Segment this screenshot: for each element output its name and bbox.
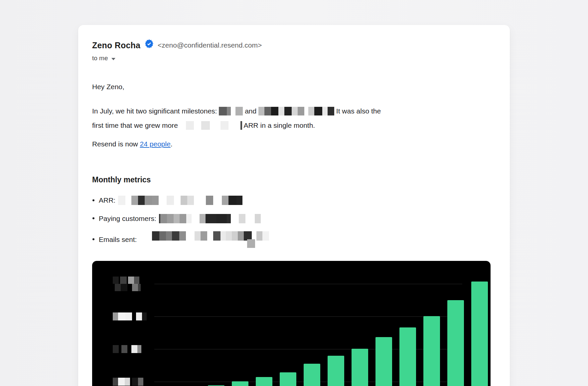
bar — [256, 377, 272, 386]
bar — [423, 316, 440, 386]
list-item-arr: ARR: — [99, 195, 496, 205]
list-item-paying-customers: Paying customers: — [99, 213, 496, 223]
redacted-milestone-2 — [258, 107, 334, 115]
bar — [304, 364, 320, 386]
redacted-growth-amount — [180, 121, 242, 130]
milestones-paragraph: In July, we hit two significant mileston… — [92, 104, 496, 132]
redacted-axis-label — [113, 345, 141, 353]
redacted-axis-label — [113, 277, 139, 284]
bar — [352, 349, 368, 386]
resend-post: . — [171, 140, 173, 148]
metrics-chart — [92, 261, 491, 386]
redacted-axis-label — [113, 312, 147, 320]
metrics-heading: Monthly metrics — [92, 174, 496, 185]
chevron-down-icon — [111, 58, 115, 60]
team-size-line: Resend is now 24 people. — [92, 139, 496, 149]
bar — [399, 327, 416, 386]
conjunction: and — [245, 107, 256, 115]
redacted-axis-label — [113, 284, 141, 291]
verified-badge-icon — [145, 39, 154, 52]
metric-label: ARR: — [99, 195, 115, 205]
bar — [375, 337, 392, 386]
metric-label: Paying customers: — [99, 214, 156, 224]
redacted-emails-value — [139, 231, 269, 248]
bar — [328, 356, 344, 386]
page-background: { "header": { "sender_name": "Zeno Rocha… — [0, 0, 588, 386]
milestones-intro: In July, we hit two significant mileston… — [92, 107, 217, 115]
people-count-link[interactable]: 24 people — [140, 140, 171, 148]
redacted-customers-value — [159, 214, 261, 223]
metric-label: Emails sent: — [99, 235, 137, 245]
greeting: Hey Zeno, — [92, 82, 496, 92]
bar — [280, 372, 296, 386]
recipient-label: to me — [92, 54, 108, 63]
email-card: Zeno Rocha <zeno@confidential.resend.com… — [78, 25, 510, 386]
redacted-milestone-1 — [219, 107, 243, 115]
sender-name: Zeno Rocha — [92, 40, 140, 51]
sender-row: Zeno Rocha <zeno@confidential.resend.com… — [92, 39, 496, 52]
list-item-emails-sent: Emails sent: — [99, 231, 496, 248]
metrics-list: ARR: Paying customers: Emails sent: — [92, 195, 496, 248]
bar-series — [160, 261, 488, 386]
line2-tail: ARR in a single month. — [243, 121, 315, 129]
bar — [232, 381, 248, 386]
redacted-arr-value — [118, 196, 242, 205]
bar — [447, 300, 464, 386]
recipient-dropdown[interactable]: to me — [92, 54, 115, 63]
bar — [471, 282, 488, 386]
line2-lead: first time that we grew more — [92, 121, 178, 129]
sender-email: <zeno@confidential.resend.com> — [158, 40, 262, 51]
resend-pre: Resend is now — [92, 140, 138, 148]
line1-tail: It was also the — [336, 107, 381, 115]
redacted-axis-label — [113, 378, 143, 386]
